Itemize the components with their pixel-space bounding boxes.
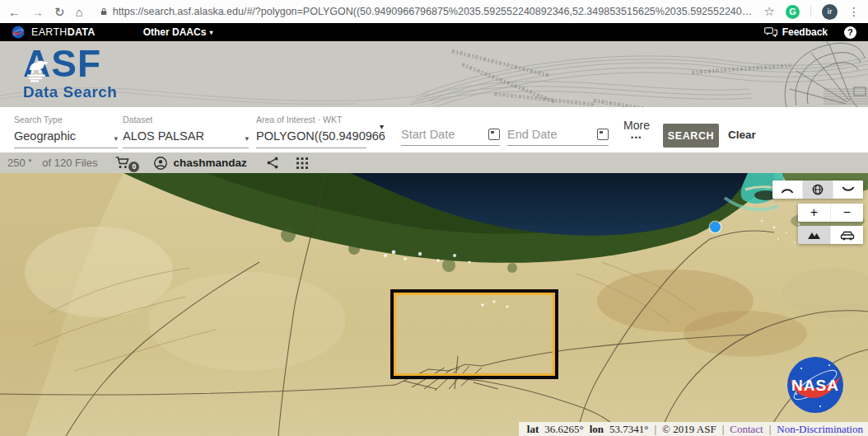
nasa-mini-logo-icon: [12, 26, 25, 39]
header-swirl-art: 0101010101010101010101010 01010101010101…: [0, 41, 868, 107]
chevron-down-icon: ▾: [245, 134, 249, 143]
ellipsis-icon: •••: [620, 134, 653, 142]
chevron-down-icon: ▾: [209, 29, 212, 36]
divider: |: [655, 423, 657, 436]
extension-icon[interactable]: G: [786, 5, 800, 19]
projection-control-group: [772, 180, 863, 199]
bookmark-star-icon[interactable]: ☆: [764, 4, 775, 19]
contact-link[interactable]: Contact: [730, 423, 763, 436]
end-date-row: [507, 128, 609, 146]
dataset-field[interactable]: Dataset ALOS PALSAR ▾: [123, 115, 249, 148]
divider: |: [769, 423, 772, 436]
start-date-row: [401, 128, 500, 146]
site-header: 0101010101010101010101010 01010101010101…: [0, 41, 868, 107]
area-of-interest-dropdown-icon[interactable]: ▾: [380, 122, 384, 131]
feedback-bubble-icon: [764, 27, 777, 37]
apps-grid-button[interactable]: [296, 157, 308, 169]
user-menu[interactable]: chashmandaz: [154, 157, 246, 170]
dataset-value: ALOS PALSAR: [123, 129, 204, 143]
area-of-interest-value-row[interactable]: POLYGON((50.9490966: [256, 129, 366, 148]
map-canvas[interactable]: + −: [0, 173, 868, 436]
person-icon: [154, 157, 167, 170]
satellite-layer-button[interactable]: [798, 226, 830, 244]
dataset-label: Dataset: [123, 115, 249, 124]
username-label: chashmandaz: [173, 157, 246, 169]
reload-icon[interactable]: ↻: [54, 6, 65, 18]
polar-bear-icon: [26, 54, 50, 82]
forward-icon[interactable]: →: [31, 6, 44, 18]
end-date-field[interactable]: [507, 115, 609, 146]
end-date-input[interactable]: [507, 128, 580, 141]
browser-chrome: ← → ↻ ⌂ https://search.asf.alaska.edu/#/…: [0, 0, 868, 23]
share-button[interactable]: [267, 157, 278, 169]
calendar-icon[interactable]: [597, 129, 609, 140]
zoom-out-button[interactable]: −: [830, 204, 863, 222]
area-of-interest-label: Area of Interest · WKT: [256, 115, 366, 124]
files-count-label: of 120 Files: [42, 157, 97, 169]
help-button[interactable]: ?: [844, 26, 856, 39]
clear-button[interactable]: Clear: [728, 129, 756, 141]
divider: |: [722, 423, 725, 436]
lon-label: lon: [590, 423, 604, 436]
copyright-label: © 2019 ASF: [662, 423, 716, 436]
asf-data-search-app: ← → ↻ ⌂ https://search.asf.alaska.edu/#/…: [0, 0, 868, 436]
start-date-field[interactable]: [401, 115, 500, 146]
page-size-value: 250: [7, 157, 26, 169]
calendar-icon[interactable]: [488, 129, 500, 140]
arctic-view-button[interactable]: [772, 180, 802, 199]
zoom-in-button[interactable]: +: [798, 204, 830, 222]
antarctic-arc-icon: [841, 185, 856, 195]
aoi-selection-rectangle-inner: [394, 293, 555, 376]
lock-icon: [100, 7, 107, 16]
more-filters-button[interactable]: More •••: [620, 119, 653, 142]
car-icon: [840, 230, 855, 241]
search-type-label: Search Type: [14, 115, 118, 124]
url-text[interactable]: https://search.asf.alaska.edu/#/?polygon…: [113, 6, 754, 17]
address-bar[interactable]: https://search.asf.alaska.edu/#/?polygon…: [100, 6, 754, 17]
non-discrimination-link[interactable]: Non-Discrimination: [777, 423, 863, 436]
earthdata-brand-left: EARTH: [31, 26, 68, 38]
earthdata-bar: EARTHDATA Other DAACs ▾ Feedback ?: [0, 23, 868, 41]
antarctic-view-button[interactable]: [833, 180, 863, 199]
browser-profile-avatar[interactable]: ir: [822, 4, 838, 20]
feedback-button[interactable]: Feedback: [764, 26, 828, 38]
plus-icon: +: [810, 206, 818, 219]
feedback-label: Feedback: [782, 26, 828, 38]
search-type-value: Geographic: [14, 129, 76, 143]
earthdata-right: Feedback ?: [764, 26, 856, 39]
start-date-input[interactable]: [401, 128, 474, 141]
search-controls-bar: Search Type Geographic ▾ Dataset ALOS PA…: [0, 107, 868, 152]
zoom-control-group: + −: [798, 204, 863, 222]
layer-control-group: [798, 226, 863, 244]
other-daacs-label: Other DAACs: [143, 26, 207, 38]
earthdata-brand[interactable]: EARTHDATA: [31, 26, 96, 38]
area-of-interest-value: POLYGON((50.9490966: [256, 129, 385, 143]
street-layer-button[interactable]: [830, 226, 863, 244]
back-icon[interactable]: ←: [8, 6, 21, 18]
globe-view-button[interactable]: [802, 180, 833, 199]
search-button[interactable]: SEARCH: [663, 124, 719, 148]
area-of-interest-field[interactable]: Area of Interest · WKT POLYGON((50.94909…: [256, 115, 366, 148]
home-icon[interactable]: ⌂: [76, 6, 83, 18]
map-status-bar: lat 36.6265° lon 53.7341° | © 2019 ASF |…: [519, 422, 868, 436]
arctic-arc-icon: [780, 185, 795, 195]
svg-text:0101010101010101010101010: 0101010101010101010101010: [494, 91, 595, 107]
earthdata-brand-right: DATA: [68, 26, 96, 38]
cart-button[interactable]: 0: [115, 157, 132, 170]
search-type-select[interactable]: Geographic ▾: [14, 129, 118, 148]
share-icon: [267, 157, 278, 169]
minus-icon: −: [843, 206, 851, 219]
nasa-insignia-text: NASA: [791, 377, 839, 394]
grid-icon: [296, 157, 308, 169]
svg-text:0101010101010101010101010: 0101010101010101010101010: [692, 63, 793, 76]
other-daacs-menu[interactable]: Other DAACs ▾: [143, 26, 213, 38]
map-point-marker[interactable]: [710, 222, 721, 232]
page-size-select[interactable]: 250 ▾: [7, 157, 31, 169]
aoi-selection-rectangle[interactable]: [390, 289, 558, 379]
cart-count-badge: 0: [128, 162, 139, 172]
divider: [810, 6, 811, 17]
nasa-insignia: NASA: [785, 354, 846, 415]
dataset-select[interactable]: ALOS PALSAR ▾: [123, 129, 249, 148]
browser-menu-icon[interactable]: ⋮: [848, 5, 860, 18]
search-type-field[interactable]: Search Type Geographic ▾: [14, 115, 118, 148]
